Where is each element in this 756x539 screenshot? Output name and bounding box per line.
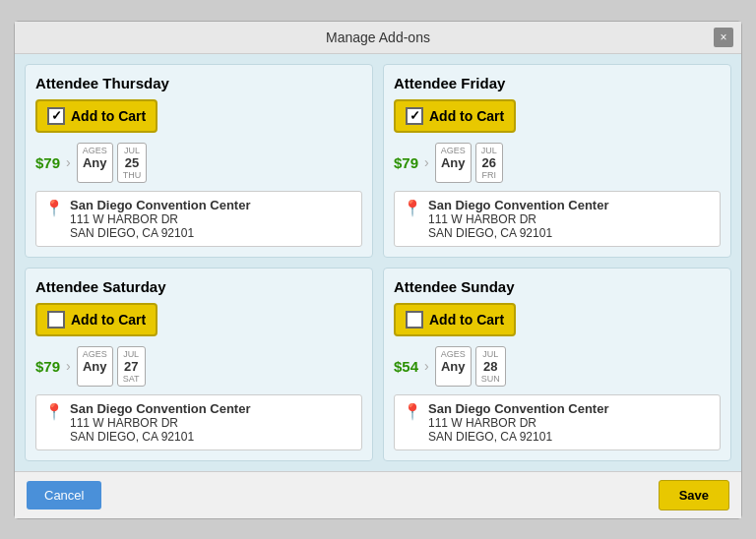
checkbox-saturday: [47, 311, 65, 329]
modal-body: Attendee Thursday Add to Cart $79 › AGES…: [15, 54, 741, 471]
add-to-cart-button-friday[interactable]: Add to Cart: [394, 99, 516, 133]
modal-header: Manage Add-ons ×: [15, 22, 741, 54]
price-saturday: $79: [35, 358, 60, 375]
location-line2-friday: SAN DIEGO, CA 92101: [428, 226, 608, 240]
ages-tag-sunday: AGES Any: [435, 346, 472, 387]
arrow-icon-thursday: ›: [66, 154, 71, 170]
location-line2-thursday: SAN DIEGO, CA 92101: [70, 226, 250, 240]
location-line1-saturday: 111 W HARBOR DR: [70, 416, 250, 430]
card-friday: Attendee Friday Add to Cart $79 › AGES A…: [383, 64, 731, 258]
card-title-sunday: Attendee Sunday: [394, 278, 721, 295]
date-tag-friday: JUL 26 FRI: [475, 143, 503, 183]
location-icon-saturday: 📍: [44, 402, 64, 421]
location-text-thursday: San Diego Convention Center 111 W HARBOR…: [70, 198, 250, 240]
price-row-friday: $79 › AGES Any JUL 26 FRI: [394, 143, 721, 183]
price-thursday: $79: [35, 154, 60, 171]
location-text-saturday: San Diego Convention Center 111 W HARBOR…: [70, 401, 250, 444]
location-icon-friday: 📍: [403, 199, 422, 217]
date-tag-thursday: JUL 25 THU: [117, 143, 148, 183]
ages-tag-thursday: AGES Any: [77, 143, 113, 183]
location-row-thursday: 📍 San Diego Convention Center 111 W HARB…: [35, 191, 362, 247]
add-to-cart-label-sunday: Add to Cart: [429, 312, 504, 328]
location-line1-friday: 111 W HARBOR DR: [428, 212, 608, 226]
checkbox-friday: [406, 107, 423, 125]
save-button[interactable]: Save: [659, 480, 729, 510]
arrow-icon-sunday: ›: [424, 358, 429, 374]
location-row-friday: 📍 San Diego Convention Center 111 W HARB…: [394, 191, 721, 247]
location-text-sunday: San Diego Convention Center 111 W HARBOR…: [428, 401, 608, 444]
add-to-cart-label-saturday: Add to Cart: [71, 312, 146, 328]
tag-group-sunday: AGES Any JUL 28 SUN: [435, 346, 506, 387]
add-to-cart-button-saturday[interactable]: Add to Cart: [35, 303, 158, 336]
location-row-saturday: 📍 San Diego Convention Center 111 W HARB…: [35, 394, 362, 450]
card-saturday: Attendee Saturday Add to Cart $79 › AGES…: [25, 268, 373, 461]
location-row-sunday: 📍 San Diego Convention Center 111 W HARB…: [394, 394, 721, 450]
cancel-button[interactable]: Cancel: [27, 481, 101, 509]
add-to-cart-button-thursday[interactable]: Add to Cart: [35, 99, 158, 133]
price-friday: $79: [394, 154, 418, 171]
arrow-icon-saturday: ›: [66, 358, 71, 374]
add-to-cart-button-sunday[interactable]: Add to Cart: [394, 303, 516, 336]
location-line2-saturday: SAN DIEGO, CA 92101: [70, 430, 250, 444]
location-line1-thursday: 111 W HARBOR DR: [70, 212, 250, 226]
modal-title: Manage Add-ons: [326, 30, 430, 45]
location-name-saturday: San Diego Convention Center: [70, 401, 250, 416]
add-to-cart-label-friday: Add to Cart: [429, 108, 504, 124]
card-title-saturday: Attendee Saturday: [35, 278, 362, 295]
location-name-thursday: San Diego Convention Center: [70, 198, 250, 212]
price-row-sunday: $54 › AGES Any JUL 28 SUN: [394, 346, 721, 387]
location-line2-sunday: SAN DIEGO, CA 92101: [428, 430, 608, 444]
date-tag-sunday: JUL 28 SUN: [475, 346, 506, 387]
card-thursday: Attendee Thursday Add to Cart $79 › AGES…: [25, 64, 373, 258]
close-button[interactable]: ×: [714, 28, 733, 47]
card-title-friday: Attendee Friday: [394, 75, 721, 91]
checkbox-sunday: [406, 311, 423, 329]
modal: Manage Add-ons × Attendee Thursday Add t…: [14, 21, 742, 519]
location-name-sunday: San Diego Convention Center: [428, 401, 608, 416]
card-title-thursday: Attendee Thursday: [35, 75, 362, 91]
location-text-friday: San Diego Convention Center 111 W HARBOR…: [428, 198, 608, 240]
add-to-cart-label-thursday: Add to Cart: [71, 108, 146, 124]
card-sunday: Attendee Sunday Add to Cart $54 › AGES A…: [383, 268, 731, 461]
price-row-thursday: $79 › AGES Any JUL 25 THU: [35, 143, 362, 183]
location-name-friday: San Diego Convention Center: [428, 198, 608, 212]
tag-group-friday: AGES Any JUL 26 FRI: [435, 143, 503, 183]
arrow-icon-friday: ›: [424, 154, 429, 170]
tag-group-saturday: AGES Any JUL 27 SAT: [77, 346, 146, 387]
location-icon-sunday: 📍: [403, 402, 422, 421]
price-sunday: $54: [394, 358, 418, 375]
tag-group-thursday: AGES Any JUL 25 THU: [77, 143, 148, 183]
ages-tag-saturday: AGES Any: [77, 346, 113, 387]
location-icon-thursday: 📍: [44, 199, 64, 217]
location-line1-sunday: 111 W HARBOR DR: [428, 416, 608, 430]
date-tag-saturday: JUL 27 SAT: [117, 346, 146, 387]
checkbox-thursday: [47, 107, 65, 125]
ages-tag-friday: AGES Any: [435, 143, 472, 183]
price-row-saturday: $79 › AGES Any JUL 27 SAT: [35, 346, 362, 387]
modal-footer: Cancel Save: [15, 471, 741, 518]
